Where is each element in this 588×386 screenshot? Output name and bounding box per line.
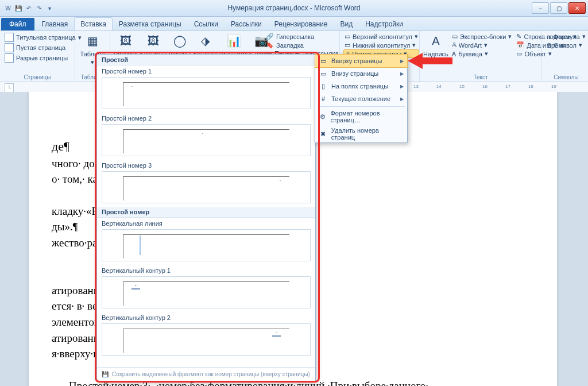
quickparts-button[interactable]: ▭ Экспресс-блоки ▾ <box>451 32 513 41</box>
menu-remove-numbers[interactable]: ✖Удалить номера страниц <box>315 125 407 142</box>
textbox-icon: A <box>427 32 444 49</box>
table-icon: ▦ <box>84 32 101 49</box>
tab-mailings[interactable]: Рассылки <box>225 17 268 30</box>
redo-icon[interactable]: ↷ <box>34 3 44 13</box>
close-button[interactable]: ✕ <box>568 2 586 14</box>
maximize-button[interactable]: ▢ <box>550 2 567 14</box>
ribbon-tabs: Файл Главная Вставка Разметка страницы С… <box>0 17 588 31</box>
page-number-gallery: Простой Простой номер 1 · Простой номер … <box>96 54 316 381</box>
equation-button[interactable]: π Формула ▾ <box>546 32 587 41</box>
tab-layout[interactable]: Разметка страницы <box>113 17 188 30</box>
gallery-item-3[interactable]: Простой номер 3 · <box>97 160 315 207</box>
margins-icon: ▯ <box>319 82 328 91</box>
gallery-item-2[interactable]: Простой номер 2 · <box>97 113 315 160</box>
gallery-item-4[interactable]: Вертикальная линия <box>97 218 315 265</box>
smartart-icon: ⬗ <box>197 32 214 49</box>
tab-view[interactable]: Вид <box>334 17 359 30</box>
wordart-button[interactable]: 𝔸 WordArt ▾ <box>451 41 513 49</box>
current-pos-icon: # <box>319 94 328 103</box>
bottom-page-icon: ▭ <box>319 69 328 78</box>
menu-bottom-of-page[interactable]: ▭Внизу страницы▶ <box>315 67 407 80</box>
tab-insert[interactable]: Вставка <box>74 17 113 30</box>
header-button[interactable]: ▭ Верхний колонтитул ▾ <box>343 32 419 41</box>
undo-icon[interactable]: ↶ <box>24 3 33 13</box>
page-number-menu: ▭Вверху страницы▶ ▭Внизу страницы▶ ▯На п… <box>315 54 408 143</box>
menu-top-of-page[interactable]: ▭Вверху страницы▶ <box>315 54 408 68</box>
tab-review[interactable]: Рецензирование <box>268 17 334 30</box>
save-icon: 💾 <box>102 371 109 377</box>
bookmark-button[interactable]: 🔖 Закладка <box>265 41 340 49</box>
gallery-item-1[interactable]: Простой номер 1 · <box>97 65 315 113</box>
tab-addins[interactable]: Надстройки <box>359 17 409 30</box>
save-icon[interactable]: 💾 <box>14 3 23 13</box>
group-pages-label: Страницы <box>3 74 71 82</box>
ruler-tab-icon[interactable]: └ <box>5 83 14 92</box>
qat-more-icon[interactable]: ▾ <box>45 3 54 13</box>
page-break-button[interactable]: Разрыв страницы <box>3 53 83 63</box>
menu-current-position[interactable]: #Текущее положение▶ <box>315 92 407 105</box>
tab-file[interactable]: Файл <box>1 18 34 30</box>
picture-icon: 🖼 <box>117 32 134 49</box>
format-icon: ⚙ <box>319 112 327 121</box>
gallery-category-simple: Простой <box>97 55 315 65</box>
dropcap-button[interactable]: A Буквица ▾ <box>451 49 513 58</box>
blank-page-button[interactable]: Пустая страница <box>3 43 83 53</box>
gallery-item-6[interactable]: Вертикальный контур 2 - <box>97 312 315 359</box>
symbol-button[interactable]: Ω Символ ▾ <box>546 41 587 49</box>
clipart-icon: 🖼 <box>145 32 162 49</box>
menu-page-margins[interactable]: ▯На полях страницы▶ <box>315 80 407 92</box>
hyperlink-button[interactable]: 🔗 Гиперссылка <box>265 32 340 41</box>
gallery-category-simple2: Простой номер <box>97 207 315 218</box>
quick-access-toolbar: W 💾 ↶ ↷ ▾ <box>0 2 57 14</box>
group-symbols-label: Символы <box>546 74 587 82</box>
gallery-item-5[interactable]: Вертикальный контур 1 - <box>97 265 315 312</box>
shapes-icon: ◯ <box>171 32 188 49</box>
remove-icon: ✖ <box>319 129 328 138</box>
word-icon: W <box>3 3 13 13</box>
tab-home[interactable]: Главная <box>36 17 75 30</box>
gallery-save-selection[interactable]: 💾Сохранить выделенный фрагмент как номер… <box>97 367 315 381</box>
footer-button[interactable]: ▭ Нижний колонтитул ▾ <box>343 41 419 49</box>
title-bar: W 💾 ↶ ↷ ▾ Нумерация страниц.docx - Micro… <box>0 0 588 17</box>
menu-format-numbers[interactable]: ⚙Формат номеров страниц… <box>315 108 407 125</box>
window-title: Нумерация страниц.docx - Microsoft Word <box>0 4 588 12</box>
minimize-button[interactable]: ‒ <box>532 2 549 14</box>
textbox-button[interactable]: AНадпись▾ <box>423 32 448 66</box>
tab-references[interactable]: Ссылки <box>188 17 225 30</box>
top-page-icon: ▭ <box>319 56 328 65</box>
chart-icon: 📊 <box>226 32 243 49</box>
cover-page-button[interactable]: Титульная страница ▾ <box>3 32 83 43</box>
group-text-label: Текст <box>423 74 538 82</box>
